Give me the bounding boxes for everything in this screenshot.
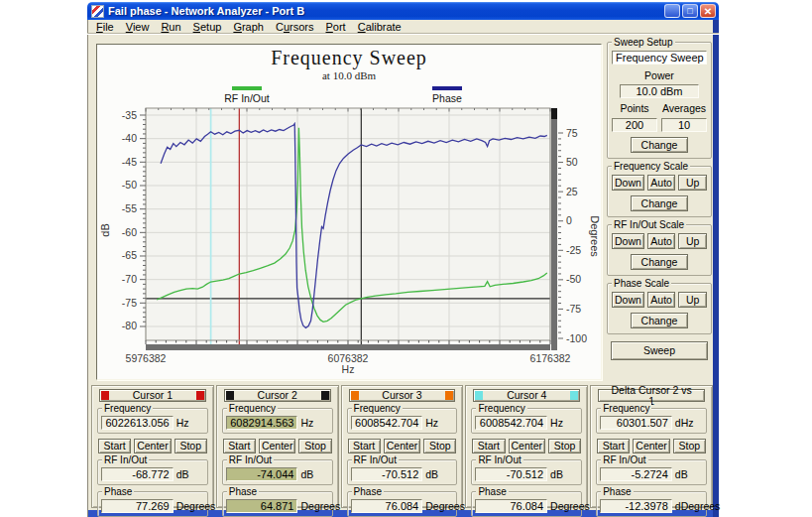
app-window: Fail phase - Network Analyzer - Port B _… xyxy=(87,2,719,517)
menu-item[interactable]: Port xyxy=(320,21,352,33)
svg-text:-45: -45 xyxy=(122,156,137,168)
cursor-tab[interactable]: Cursor 2 xyxy=(224,389,331,402)
frequency-field[interactable]: 60301.507 xyxy=(600,416,672,430)
frequency-group-label: Frequency xyxy=(476,403,526,414)
start-button[interactable]: Start xyxy=(98,439,131,453)
y-scale-slider[interactable] xyxy=(551,108,557,350)
menu-item[interactable]: Run xyxy=(155,21,186,33)
start-button[interactable]: Start xyxy=(597,439,630,453)
frequency-group-label: Frequency xyxy=(102,403,153,414)
close-button[interactable]: ✕ xyxy=(700,4,716,18)
cursor-tab[interactable]: Cursor 3 xyxy=(349,389,456,402)
menu-item[interactable]: View xyxy=(120,21,156,33)
cursor-color-mark xyxy=(196,391,204,400)
down-button[interactable]: Down xyxy=(612,292,644,308)
menu-item[interactable]: Setup xyxy=(187,21,228,33)
svg-text:-75: -75 xyxy=(122,297,137,309)
auto-button[interactable]: Auto xyxy=(647,292,676,308)
minimize-button[interactable]: _ xyxy=(664,4,680,18)
cursor-color-mark xyxy=(226,391,234,400)
stop-button[interactable]: Stop xyxy=(548,439,581,453)
y-scale-slider-thumb[interactable] xyxy=(551,108,557,119)
svg-text:0: 0 xyxy=(566,214,572,226)
menu-item[interactable]: Cursors xyxy=(270,21,320,33)
center-button[interactable]: Center xyxy=(134,439,172,453)
phase-field[interactable]: 77.269 xyxy=(101,499,174,513)
frequency-field[interactable]: 6008542.704 xyxy=(351,416,423,430)
stop-button[interactable]: Stop xyxy=(673,439,706,453)
cursor-tab[interactable]: Delta Cursor 2 vs 1 xyxy=(598,389,705,402)
averages-field[interactable]: 10 xyxy=(661,118,707,132)
scale-group-legend: Frequency Scale xyxy=(612,161,690,172)
cursor-color-mark xyxy=(475,391,483,400)
cursor-tab[interactable]: Cursor 4 xyxy=(473,389,580,402)
svg-text:-40: -40 xyxy=(122,132,137,144)
phase-field[interactable]: 64.871 xyxy=(226,499,298,513)
phase-unit: Degrees xyxy=(425,500,465,512)
cursor-color-mark xyxy=(101,391,109,400)
rf-unit: dB xyxy=(176,468,189,480)
stop-button[interactable]: Stop xyxy=(174,439,207,453)
auto-button[interactable]: Auto xyxy=(647,175,676,191)
sweep-mode-field[interactable]: Frequency Sweep xyxy=(612,51,707,65)
phase-group-label: Phase xyxy=(476,486,508,497)
frequency-field[interactable]: 6082914.563 xyxy=(226,416,298,430)
maximize-button[interactable]: □ xyxy=(682,4,698,18)
phase-field[interactable]: 76.084 xyxy=(351,499,423,513)
titlebar[interactable]: Fail phase - Network Analyzer - Port B _… xyxy=(87,2,719,20)
stop-button[interactable]: Stop xyxy=(423,439,456,453)
rf-field[interactable]: -68.772 xyxy=(101,467,174,481)
change-button[interactable]: Change xyxy=(631,313,688,328)
cursor-tab[interactable]: Cursor 1 xyxy=(99,389,206,402)
menu-item[interactable]: Graph xyxy=(227,21,270,33)
scale-group: Frequency Scale Down Auto Up Change xyxy=(607,166,712,217)
change-button[interactable]: Change xyxy=(631,254,688,270)
menu-item[interactable]: Calibrate xyxy=(352,21,407,33)
up-button[interactable]: Up xyxy=(678,233,707,249)
menu-item[interactable]: File xyxy=(90,21,120,33)
cursor-panel: Cursor 4 Frequency 6008542.704 Hz Start … xyxy=(465,385,588,508)
phase-field[interactable]: -12.3978 xyxy=(600,499,672,513)
sweep-button[interactable]: Sweep xyxy=(611,341,708,360)
phase-field[interactable]: 76.084 xyxy=(475,499,547,513)
svg-text:-65: -65 xyxy=(122,249,137,261)
up-button[interactable]: Up xyxy=(678,292,707,308)
rf-unit: dB xyxy=(425,468,438,480)
scale-group: Phase Scale Down Auto Up Change xyxy=(607,283,712,334)
center-button[interactable]: Center xyxy=(259,439,296,453)
frequency-field[interactable]: 6022613.056 xyxy=(101,416,174,430)
x-scale-slider[interactable] xyxy=(146,344,550,350)
start-button[interactable]: Start xyxy=(348,439,381,453)
start-button[interactable]: Start xyxy=(223,439,256,453)
desktop: Fail phase - Network Analyzer - Port B _… xyxy=(0,0,812,517)
start-button[interactable]: Start xyxy=(472,439,505,453)
points-label: Points xyxy=(612,102,657,114)
down-button[interactable]: Down xyxy=(612,233,644,249)
frequency-unit: Hz xyxy=(300,417,313,429)
power-field[interactable]: 10.0 dBm xyxy=(620,84,699,98)
phase-group-label: Phase xyxy=(227,486,259,497)
rf-unit: dB xyxy=(675,468,688,480)
plot-area[interactable]: -35-40-45-50-55-60-65-70-75-807550250-25… xyxy=(97,45,601,379)
down-button[interactable]: Down xyxy=(612,175,644,191)
svg-text:-50: -50 xyxy=(566,273,581,285)
rf-field[interactable]: -70.512 xyxy=(475,467,547,481)
center-button[interactable]: Center xyxy=(633,439,670,453)
rf-field[interactable]: -74.044 xyxy=(226,467,298,481)
center-button[interactable]: Center xyxy=(509,439,546,453)
cursor-panel: Cursor 1 Frequency 6022613.056 Hz Start … xyxy=(91,385,214,508)
cursor-panel: Cursor 2 Frequency 6082914.563 Hz Start … xyxy=(216,385,339,508)
rf-field[interactable]: -5.2724 xyxy=(600,467,672,481)
points-field[interactable]: 200 xyxy=(612,118,657,132)
up-button[interactable]: Up xyxy=(678,175,707,191)
auto-button[interactable]: Auto xyxy=(647,233,676,249)
sweep-setup-legend: Sweep Setup xyxy=(612,37,675,48)
sweep-change-button[interactable]: Change xyxy=(631,137,688,153)
center-button[interactable]: Center xyxy=(384,439,421,453)
rf-field[interactable]: -70.512 xyxy=(351,467,423,481)
change-button[interactable]: Change xyxy=(631,195,688,211)
stop-button[interactable]: Stop xyxy=(298,439,331,453)
rf-group-label: RF In/Out xyxy=(601,454,647,465)
frequency-field[interactable]: 6008542.704 xyxy=(475,416,547,430)
phase-group-label: Phase xyxy=(601,486,633,497)
